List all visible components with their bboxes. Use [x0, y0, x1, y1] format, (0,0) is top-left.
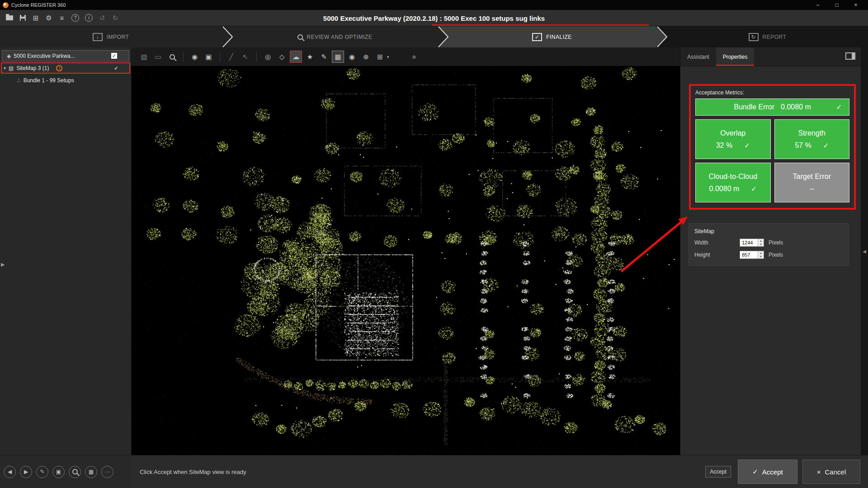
annotation-title-underline: [432, 24, 649, 26]
undo-icon[interactable]: ↺: [96, 12, 108, 24]
target-error-tile: Target Error --: [774, 163, 850, 202]
workflow-tab-report[interactable]: ↻ REPORT: [667, 26, 868, 47]
width-units: Pixels: [769, 239, 783, 246]
nav-back-button[interactable]: ◀: [4, 466, 16, 478]
sketch-tool-icon[interactable]: ✎: [318, 51, 330, 63]
image-view-icon[interactable]: ▦: [332, 51, 344, 63]
close-button[interactable]: ×: [846, 0, 865, 10]
point-cloud-toggle-icon[interactable]: ☁: [290, 51, 302, 63]
expander-caret-icon[interactable]: ▾: [4, 66, 6, 70]
zoom-window-icon[interactable]: [166, 51, 178, 63]
mask-region-icon[interactable]: ▣: [203, 51, 215, 63]
sitemap-check-icon: ✓: [114, 65, 118, 71]
sidebar-collapse-arrow-icon[interactable]: ▶: [1, 262, 5, 267]
stepper-up-icon[interactable]: ▲: [760, 239, 762, 242]
strength-tile: Strength 57 % ✓: [774, 119, 850, 159]
maximize-button[interactable]: □: [827, 0, 846, 10]
sitemap-icon: ▤: [9, 65, 14, 71]
tree-item-sitemap[interactable]: ▾ ▤ SiteMap 3 (1) ! ✓: [1, 62, 130, 74]
adjust-cloud-icon[interactable]: ∗: [408, 51, 420, 63]
project-tree-panel: ◈ 5000 Executive Parkwa... ✓ ▾ ▤ SiteMap…: [0, 47, 132, 455]
tab-assistant[interactable]: Assistant: [680, 47, 716, 66]
check-icon: ✓: [752, 468, 758, 476]
measure-icon[interactable]: ╱: [225, 51, 237, 63]
link-visibility-icon[interactable]: ◉: [189, 51, 201, 63]
tree-item-project[interactable]: ◈ 5000 Executive Parkwa... ✓: [2, 50, 129, 61]
check-icon: ✓: [744, 141, 750, 150]
width-row: Width ▲▼ Pixels: [694, 239, 843, 247]
more-options-button[interactable]: ···: [101, 466, 113, 478]
info-icon[interactable]: i: [85, 14, 93, 22]
fence-select-icon[interactable]: ▧: [138, 51, 150, 63]
check-icon: ✓: [823, 141, 829, 150]
action-buttons: Accept ✓ Accept × Cancel: [705, 455, 868, 488]
workflow-tab-review[interactable]: REVIEW AND OPTIMIZE: [232, 26, 437, 47]
overlap-tile: Overlap 32 % ✓: [695, 119, 771, 159]
stepper-down-icon[interactable]: ▼: [760, 243, 762, 246]
save-project-icon[interactable]: [17, 12, 28, 24]
overlap-value: 32 %: [716, 141, 732, 150]
sitemap-viewport[interactable]: [132, 66, 680, 455]
report-icon: ↻: [749, 33, 759, 41]
tree-item-bundle[interactable]: ∴ Bundle 1 - 99 Setups: [0, 75, 131, 86]
bundle-icon: ∴: [17, 77, 21, 84]
stepper-down-icon[interactable]: ▼: [760, 255, 762, 258]
project-checkbox[interactable]: ✓: [111, 53, 117, 59]
accept-small-button[interactable]: Accept: [705, 466, 731, 478]
target-error-label: Target Error: [793, 173, 831, 181]
properties-panel: Assistant Properties Acceptance Metrics:…: [680, 47, 861, 455]
zoom-button[interactable]: [69, 466, 81, 478]
window-controls: – □ ×: [808, 0, 865, 10]
height-row: Height ▲▼ Pixels: [694, 251, 843, 259]
layout-toggle-button[interactable]: [845, 52, 855, 61]
check-icon: ✓: [751, 185, 757, 193]
panel-edge-strip: ◀: [861, 47, 868, 455]
chevron-separator-icon: [222, 26, 233, 47]
sitemap-label: SiteMap 3 (1): [16, 65, 49, 71]
grid-dropdown-caret-icon[interactable]: ▾: [387, 55, 389, 59]
accept-button[interactable]: ✓ Accept: [738, 460, 797, 484]
workflow-tab-finalize[interactable]: ✓ FINALIZE: [448, 26, 656, 47]
nav-forward-button[interactable]: ▶: [20, 466, 32, 478]
chevron-separator-icon: [438, 26, 449, 47]
finalize-label: FINALIZE: [546, 34, 572, 40]
tag-tool-icon[interactable]: ◇: [276, 51, 288, 63]
report-list-icon[interactable]: ≡: [56, 12, 68, 24]
copy-view-button[interactable]: ▣: [52, 466, 65, 478]
overlap-label: Overlap: [720, 129, 745, 137]
tab-properties[interactable]: Properties: [716, 47, 755, 66]
workflow-tab-import[interactable]: ↓ IMPORT: [0, 26, 222, 47]
help-icon[interactable]: ?: [71, 14, 79, 22]
cloud-to-cloud-tile: Cloud-to-Cloud 0.0080 m ✓: [695, 163, 771, 202]
setup-positions-icon[interactable]: ◎: [262, 51, 274, 63]
rect-select-icon[interactable]: ▭: [152, 51, 164, 63]
strength-value: 57 %: [795, 141, 811, 150]
open-project-icon[interactable]: [4, 12, 15, 24]
pick-arrow-icon[interactable]: ↖: [239, 51, 251, 63]
cancel-button[interactable]: × Cancel: [802, 460, 860, 484]
cancel-button-label: Cancel: [825, 468, 846, 476]
snapshot-button[interactable]: ▦: [85, 466, 97, 478]
finalize-checkbox-icon: ✓: [532, 33, 542, 41]
redo-icon[interactable]: ↻: [109, 12, 121, 24]
panel-collapse-arrow-icon[interactable]: ◀: [863, 249, 866, 254]
bundle-label: Bundle 1 - 99 Setups: [24, 77, 74, 84]
report-label: REPORT: [763, 34, 787, 40]
geotag-tool-icon[interactable]: ⊕: [360, 51, 372, 63]
grid-view-icon[interactable]: ⊞: [374, 51, 386, 63]
star-quality-icon[interactable]: ★: [304, 51, 316, 63]
stepper-up-icon[interactable]: ▲: [760, 252, 762, 254]
workflow-bar: ↓ IMPORT REVIEW AND OPTIMIZE ✓ FINALIZE …: [0, 26, 868, 47]
status-message: Click Accept when SiteMap view is ready: [140, 469, 246, 475]
acceptance-metrics-title: Acceptance Metrics:: [695, 89, 849, 96]
camera-tool-icon[interactable]: ◉: [346, 51, 358, 63]
settings-gear-icon[interactable]: ⚙: [43, 12, 55, 24]
draw-button[interactable]: ✎: [36, 466, 48, 478]
height-stepper[interactable]: ▲▼: [758, 251, 764, 258]
minimize-button[interactable]: –: [808, 0, 827, 10]
app-logo-icon: [3, 2, 9, 8]
height-units: Pixels: [769, 252, 783, 258]
import-data-icon[interactable]: ⊞: [30, 12, 42, 24]
width-stepper[interactable]: ▲▼: [758, 239, 764, 246]
check-icon: ✓: [836, 103, 842, 111]
